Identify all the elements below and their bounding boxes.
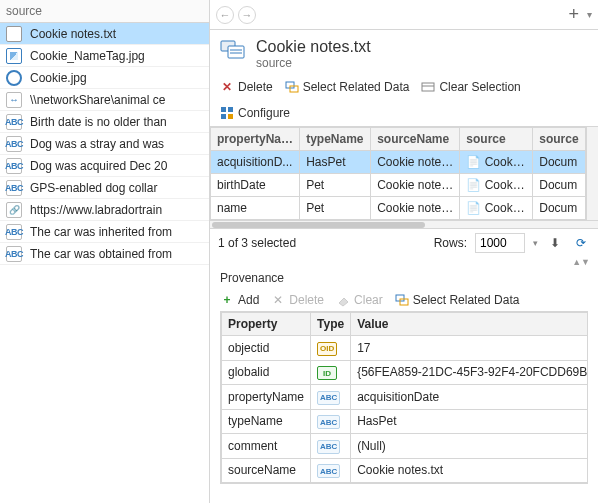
page-title: Cookie notes.txt [256,38,371,56]
add-panel-button[interactable]: + [564,4,583,25]
source-item-label: GPS-enabled dog collar [30,181,157,195]
grid-column-header[interactable]: propertyName [211,128,300,151]
prov-clear-button: Clear [336,293,383,307]
grid-column-header[interactable]: typeName [300,128,371,151]
prov-value-cell[interactable]: {56FEA859-21DC-45F3-92F4-20FCDD69B60C} [351,360,588,385]
grid-cell[interactable]: birthDate [211,174,300,197]
title-block: Cookie notes.txt source [210,30,598,74]
grid-cell[interactable]: 📄 Cookie... [460,151,533,174]
svg-rect-8 [221,107,226,112]
panel-menu-chevron-icon[interactable]: ▾ [587,9,592,20]
prov-type-cell: ABC [311,458,351,483]
source-item-label: The car was obtained from [30,247,172,261]
nav-forward-button[interactable]: → [238,6,256,24]
prov-row[interactable]: propertyNameABCacquisitionDate [222,385,589,410]
record-grid: propertyNametypeNamesourceNamesourcesour… [210,126,598,229]
prov-column-header[interactable]: Value [351,313,588,336]
abc-file-icon: ABC [6,224,22,240]
download-button[interactable]: ⬇ [546,234,564,252]
prov-value-cell[interactable]: acquisitionDate [351,385,588,410]
source-item[interactable]: ABCGPS-enabled dog collar [0,177,209,199]
clear-selection-icon [421,80,435,94]
source-item[interactable]: 🔗https://www.labradortrain [0,199,209,221]
prov-row[interactable]: commentABC(Null) [222,434,589,459]
source-item-label: Cookie.jpg [30,71,87,85]
grid-column-header[interactable]: source [533,128,586,151]
grid-cell[interactable]: acquisitionD... [211,151,300,174]
source-panel-header: source [0,0,209,23]
nav-back-button[interactable]: ← [216,6,234,24]
clear-selection-button[interactable]: Clear Selection [421,80,520,94]
record-toolbar: ✕ Delete Select Related Data Clear Selec… [210,74,598,126]
prov-prop-cell: typeName [222,409,311,434]
configure-icon [220,106,234,120]
grid-cell[interactable]: Docum [533,174,586,197]
source-item[interactable]: ABCDog was a stray and was [0,133,209,155]
prov-column-header[interactable]: Property [222,313,311,336]
grid-cell[interactable]: Docum [533,151,586,174]
provenance-table[interactable]: PropertyTypeValue objectidOID17globalidI… [221,312,588,483]
clear-selection-label: Clear Selection [439,80,520,94]
table-row[interactable]: birthDatePetCookie notes...📄 Cookie...Do… [211,174,586,197]
table-row[interactable]: namePetCookie notes...📄 Cookie...Docum [211,197,586,220]
record-table[interactable]: propertyNametypeNamesourceNamesourcesour… [210,127,586,220]
prov-add-button[interactable]: + Add [220,293,259,307]
rows-input[interactable] [475,233,525,253]
source-item[interactable]: ABCBirth date is no older than [0,111,209,133]
prov-select-related-button[interactable]: Select Related Data [395,293,520,307]
page-subtitle: source [256,56,371,70]
refresh-button[interactable]: ⟳ [572,234,590,252]
grid-cell[interactable]: 📄 Cookie... [460,197,533,220]
prov-value-cell[interactable]: 17 [351,336,588,361]
grid-cell[interactable]: Pet [300,174,371,197]
type-badge-icon: ABC [317,440,340,454]
prov-row[interactable]: globalidID{56FEA859-21DC-45F3-92F4-20FCD… [222,360,589,385]
select-related-button[interactable]: Select Related Data [285,80,410,94]
abc-file-icon: ABC [6,114,22,130]
prov-value-cell[interactable]: HasPet [351,409,588,434]
eraser-icon [336,293,350,307]
source-item[interactable]: Cookie notes.txt [0,23,209,45]
delete-button[interactable]: ✕ Delete [220,80,273,94]
source-item-label: Birth date is no older than [30,115,167,129]
grid-cell[interactable]: 📄 Cookie... [460,174,533,197]
abc-file-icon: ABC [6,136,22,152]
prov-type-cell: OID [311,336,351,361]
rows-dropdown-icon[interactable]: ▾ [533,238,538,248]
grid-cell[interactable]: HasPet [300,151,371,174]
source-item[interactable]: Cookie_NameTag.jpg [0,45,209,67]
grid-cell[interactable]: Docum [533,197,586,220]
prov-prop-cell: globalid [222,360,311,385]
provenance-title: Provenance [220,271,588,285]
source-item[interactable]: ABCThe car was inherited from [0,221,209,243]
abc-file-icon: ABC [6,246,22,262]
svg-rect-10 [221,114,226,119]
source-item[interactable]: ABCDog was acquired Dec 20 [0,155,209,177]
prov-column-header[interactable]: Type [311,313,351,336]
grid-cell[interactable]: Cookie notes... [371,197,460,220]
source-list: Cookie notes.txtCookie_NameTag.jpgCookie… [0,23,209,503]
select-related-icon [285,80,299,94]
grid-cell[interactable]: Cookie notes... [371,151,460,174]
panel-collapse-icons[interactable]: ▲▼ [210,257,598,271]
prov-type-cell: ID [311,360,351,385]
table-row[interactable]: acquisitionD...HasPetCookie notes...📄 Co… [211,151,586,174]
source-item[interactable]: ABCThe car was obtained from [0,243,209,265]
prov-value-cell[interactable]: Cookie notes.txt [351,458,588,483]
prov-row[interactable]: typeNameABCHasPet [222,409,589,434]
source-item[interactable]: Cookie.jpg [0,67,209,89]
grid-cell[interactable]: name [211,197,300,220]
prov-row[interactable]: objectidOID17 [222,336,589,361]
prov-prop-cell: propertyName [222,385,311,410]
grid-column-header[interactable]: source [460,128,533,151]
grid-cell[interactable]: Pet [300,197,371,220]
document-group-icon [220,38,248,62]
prov-value-cell[interactable]: (Null) [351,434,588,459]
grid-cell[interactable]: Cookie notes... [371,174,460,197]
grid-column-header[interactable]: sourceName [371,128,460,151]
source-item[interactable]: \\networkShare\animal ce [0,89,209,111]
grid-vertical-scrollbar[interactable] [586,127,598,220]
prov-row[interactable]: sourceNameABCCookie notes.txt [222,458,589,483]
configure-button[interactable]: Configure [220,106,290,120]
grid-horizontal-scrollbar[interactable] [210,220,598,228]
